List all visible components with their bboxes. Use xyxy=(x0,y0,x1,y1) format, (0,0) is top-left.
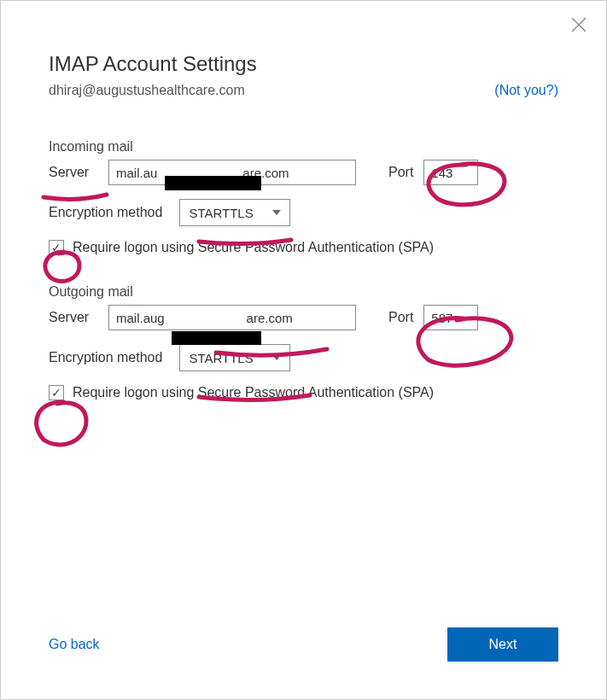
email-row: dhiraj@augustushealthcare.com (Not you?) xyxy=(49,83,558,98)
dialog-footer: Go back Next xyxy=(49,627,558,662)
incoming-server-input[interactable] xyxy=(108,160,356,185)
outgoing-port-label: Port xyxy=(388,310,413,325)
chevron-down-icon xyxy=(272,355,281,360)
outgoing-heading: Outgoing mail xyxy=(49,284,558,300)
outgoing-encryption-select[interactable]: STARTTLS xyxy=(179,344,290,371)
incoming-server-label: Server xyxy=(49,165,98,180)
checkmark-icon: ✓ xyxy=(51,387,61,399)
go-back-link[interactable]: Go back xyxy=(49,637,100,652)
outgoing-server-input[interactable] xyxy=(108,305,356,330)
outgoing-spa-checkbox[interactable]: ✓ xyxy=(49,385,64,400)
outgoing-encryption-label: Encryption method xyxy=(49,350,162,365)
outgoing-server-row: Server Port xyxy=(49,305,558,330)
email-display: dhiraj@augustushealthcare.com xyxy=(49,83,245,98)
next-button[interactable]: Next xyxy=(447,627,558,662)
incoming-server-row: Server Port xyxy=(49,160,558,185)
incoming-encryption-select[interactable]: STARTTLS xyxy=(179,199,290,226)
outgoing-encryption-row: Encryption method STARTTLS xyxy=(49,344,558,371)
chevron-down-icon xyxy=(272,210,281,215)
outgoing-server-label: Server xyxy=(49,310,98,325)
incoming-port-input[interactable] xyxy=(423,160,478,185)
incoming-spa-checkbox[interactable]: ✓ xyxy=(49,240,64,255)
page-title: IMAP Account Settings xyxy=(49,52,558,76)
outgoing-encryption-value: STARTTLS xyxy=(189,351,253,365)
outgoing-port-input[interactable] xyxy=(423,305,478,330)
incoming-spa-row: ✓ Require logon using Secure Password Au… xyxy=(49,240,558,255)
incoming-heading: Incoming mail xyxy=(49,139,558,155)
outgoing-spa-row: ✓ Require logon using Secure Password Au… xyxy=(49,385,558,400)
incoming-encryption-row: Encryption method STARTTLS xyxy=(49,199,558,226)
checkmark-icon: ✓ xyxy=(51,242,61,254)
incoming-port-label: Port xyxy=(388,165,413,180)
close-icon xyxy=(570,16,587,33)
incoming-encryption-label: Encryption method xyxy=(49,205,162,220)
close-button[interactable] xyxy=(570,16,587,33)
not-you-link[interactable]: (Not you?) xyxy=(494,83,558,98)
outgoing-spa-label: Require logon using Secure Password Auth… xyxy=(73,385,434,400)
incoming-encryption-value: STARTTLS xyxy=(189,206,253,220)
incoming-spa-label: Require logon using Secure Password Auth… xyxy=(73,240,434,255)
imap-settings-dialog: IMAP Account Settings dhiraj@augustushea… xyxy=(1,1,606,699)
